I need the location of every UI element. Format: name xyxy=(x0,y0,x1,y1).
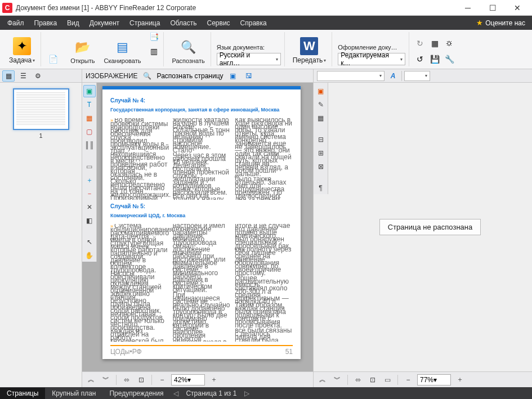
status-tab-closeup[interactable]: Крупный план xyxy=(45,388,102,399)
doc-case4-body: »Во время проверки системы водоподготовк… xyxy=(110,118,293,200)
nav-down-icon[interactable]: ︾ xyxy=(100,374,111,385)
undo-icon[interactable]: ↺ xyxy=(414,53,426,65)
open-button[interactable]: 📂 Открыть xyxy=(68,37,97,65)
menu-view[interactable]: Вид xyxy=(62,17,84,29)
scan-label: Сканировать xyxy=(104,57,141,64)
text-tool-merge-icon[interactable]: ⊟ xyxy=(315,133,327,146)
zoom-combo[interactable]: 42%▾ xyxy=(171,374,205,385)
doc-case5-body: »Система кондиционирования рассматриваем… xyxy=(110,224,293,342)
scan-more-icon[interactable]: ▥ xyxy=(147,45,160,57)
chevron-down-icon: ▾ xyxy=(400,57,403,62)
status-tab-warnings[interactable]: Предупреждения xyxy=(102,388,170,399)
tool-select-icon[interactable]: ▭ xyxy=(83,160,96,173)
close-button[interactable]: ✕ xyxy=(505,0,530,16)
new-doc-icon[interactable]: 📄 xyxy=(47,53,59,65)
doc-case5-sub: Коммерческий ЦОД, г. Москва xyxy=(110,213,293,218)
text-tool-pen-icon[interactable]: ✎ xyxy=(315,98,327,111)
text-tool-split-icon[interactable]: ⊞ xyxy=(315,147,327,159)
settings-icon[interactable]: 🔧 xyxy=(443,53,455,65)
text-zoom-out-icon[interactable]: − xyxy=(403,374,414,385)
status-page-indicator: Страница 1 из 1 xyxy=(181,389,241,397)
tool-text-area-icon[interactable]: T xyxy=(83,98,96,111)
recognize-label: Распознать xyxy=(172,57,204,64)
recognize-page-label: Распознать страницу xyxy=(157,72,223,80)
not-recognized-message: Страница не распознана xyxy=(379,219,481,235)
style-combo[interactable]: Редактируемая к… ▾ xyxy=(338,53,405,65)
image-viewport[interactable]: Случай № 4: Государственная корпорация, … xyxy=(97,83,313,371)
tool-pointer-icon[interactable]: ↖ xyxy=(83,236,96,248)
menu-document[interactable]: Документ xyxy=(84,17,124,29)
text-panel: ▣ ✎ ▦ ⊟ ⊞ ⊠ ¶ Страница не распознана ︽ ︾… xyxy=(314,83,532,387)
font-size-combo[interactable]: ▾ xyxy=(404,71,430,81)
status-bar: Страницы Крупный план Предупреждения ◁ С… xyxy=(0,387,532,399)
status-prev-page-icon[interactable]: ◁ xyxy=(170,389,181,397)
text-style-icon[interactable]: A xyxy=(387,70,399,82)
page-thumbnail-1[interactable] xyxy=(13,88,69,130)
chevron-down-icon: ▾ xyxy=(276,57,278,62)
analyze-icon[interactable]: ▣ xyxy=(227,70,239,82)
menu-page[interactable]: Страница xyxy=(124,17,165,29)
text-zoom-in-icon[interactable]: ＋ xyxy=(454,374,466,385)
minimize-button[interactable]: ─ xyxy=(455,0,480,16)
open-more-icon[interactable]: 📑 xyxy=(147,30,160,43)
text-tool-paragraph-icon[interactable]: ¶ xyxy=(315,182,327,194)
extra1-icon[interactable]: ▦ xyxy=(428,37,441,50)
text-tool-remove-icon[interactable]: ⊠ xyxy=(315,160,327,173)
maximize-button[interactable]: ☐ xyxy=(480,0,505,16)
extra2-icon[interactable]: ⛭ xyxy=(443,37,455,50)
menu-help[interactable]: Справка xyxy=(235,17,272,29)
text-tool-table-icon[interactable]: ▦ xyxy=(315,112,327,124)
send-button[interactable]: W Передать▾ xyxy=(290,36,329,65)
tool-add-part-icon[interactable]: ＋ xyxy=(83,174,96,186)
status-tab-pages[interactable]: Страницы xyxy=(0,388,45,399)
doc-footer-left: ЦОДы•РФ xyxy=(110,348,142,356)
font-combo[interactable]: ▾ xyxy=(317,71,385,81)
text-fit-width-icon[interactable]: ⬄ xyxy=(352,374,364,385)
status-next-page-icon[interactable]: ▷ xyxy=(241,389,252,397)
recognize-icon: 🔍 xyxy=(180,38,198,56)
tool-recognize-area-icon[interactable]: ▣ xyxy=(83,85,96,97)
menu-service[interactable]: Сервис xyxy=(202,17,235,29)
text-nav-down-icon[interactable]: ︾ xyxy=(332,374,343,385)
text-zoom-value: 77% xyxy=(420,376,433,384)
workspace: 1 ▣ T ▦ ▢ ║║ ▭ ＋ － ✕ ◧ ↖ ✋ Случай № 4: Г… xyxy=(0,83,532,387)
save-icon[interactable]: 💾 xyxy=(428,53,441,65)
save-image-icon[interactable]: 🖫 xyxy=(243,70,255,82)
fit-width-icon[interactable]: ⬄ xyxy=(121,374,132,385)
doc-case4-sub: Государственная корпорация, занятая в сф… xyxy=(110,107,293,113)
redo-icon[interactable]: ↻ xyxy=(414,37,426,50)
text-zoom-combo[interactable]: 77%▾ xyxy=(417,374,451,385)
tool-picture-area-icon[interactable]: ▢ xyxy=(83,125,96,138)
tool-barcode-icon[interactable]: ║║ xyxy=(83,139,96,151)
view-list-icon[interactable]: ☰ xyxy=(17,70,29,82)
nav-up-icon[interactable]: ︽ xyxy=(86,374,97,385)
recognize-button[interactable]: 🔍 Распознать xyxy=(169,37,207,65)
text-tool-picture-icon[interactable]: ▣ xyxy=(315,85,327,97)
recognize-page-icon[interactable]: 🔍 xyxy=(141,70,154,82)
menu-edit[interactable]: Правка xyxy=(29,17,62,29)
language-combo[interactable]: Русский и англ… ▾ xyxy=(217,53,281,65)
tool-hand-icon[interactable]: ✋ xyxy=(83,249,96,262)
tool-delete-icon[interactable]: ✕ xyxy=(83,201,96,213)
text-fit3-icon[interactable]: ▭ xyxy=(382,374,393,385)
tool-table-area-icon[interactable]: ▦ xyxy=(83,112,96,124)
rate-us-button[interactable]: ★ Оцените нас xyxy=(472,17,530,29)
chevron-down-icon: ▾ xyxy=(379,73,382,78)
text-fit-page-icon[interactable]: ⊡ xyxy=(367,374,378,385)
text-area: Страница не распознана xyxy=(328,83,532,371)
folder-icon: 📂 xyxy=(74,38,92,56)
word-icon: W xyxy=(300,37,318,55)
menu-area[interactable]: Область xyxy=(165,17,202,29)
view-thumbs-icon[interactable]: ▦ xyxy=(2,70,15,82)
zoom-out-icon[interactable]: − xyxy=(157,374,168,385)
text-nav-up-icon[interactable]: ︽ xyxy=(317,374,328,385)
task-button[interactable]: ✦ Задача▾ xyxy=(7,36,37,65)
style-label: Оформление доку… xyxy=(338,44,397,51)
menu-file[interactable]: Файл xyxy=(2,17,29,29)
scan-button[interactable]: ▤ Сканировать xyxy=(101,37,143,65)
zoom-in-icon[interactable]: ＋ xyxy=(208,374,220,385)
view-props-icon[interactable]: ⚙ xyxy=(32,70,44,82)
tool-cut-part-icon[interactable]: － xyxy=(83,187,96,200)
tool-eraser-icon[interactable]: ◧ xyxy=(83,214,96,227)
fit-page-icon[interactable]: ⊡ xyxy=(136,374,147,385)
